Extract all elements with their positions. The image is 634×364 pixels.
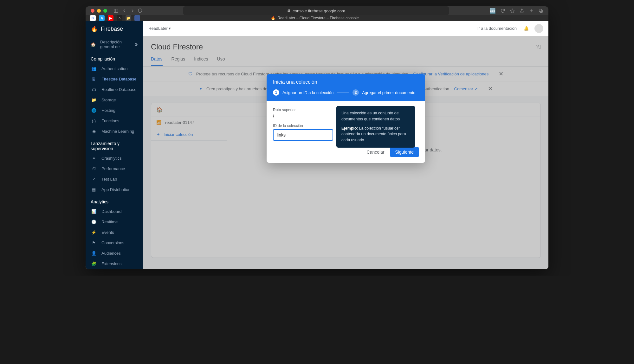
zoom-window-icon[interactable] — [103, 9, 107, 13]
check-icon: ✓ — [91, 177, 97, 182]
sidebar-item-performance[interactable]: ⏱Performance — [86, 163, 143, 174]
ml-icon: ◉ — [91, 129, 97, 134]
modal-steps: 1 Asignar un ID a la colección 2 Agregar… — [273, 89, 419, 96]
home-icon: 🏠 — [91, 42, 96, 47]
sidebar-item-hosting[interactable]: 🌐Hosting — [86, 105, 143, 116]
sidebar-item-functions[interactable]: (·)Functions — [86, 116, 143, 126]
fav-icon[interactable]: 📁 — [126, 15, 131, 21]
sidebar-item-storage[interactable]: 📁Storage — [86, 95, 143, 105]
forward-icon[interactable] — [130, 8, 135, 13]
people-icon: 👥 — [91, 66, 97, 71]
project-selector[interactable]: ReadLater ▾ — [148, 26, 171, 31]
folder-icon: 📁 — [91, 98, 97, 102]
sidebar-item-dashboard[interactable]: 📊Dashboard — [86, 206, 143, 217]
translate-icon[interactable]: 🔤 — [489, 8, 496, 14]
favorites-bar: G 𝕏 ▶ ○ 📁 — [86, 15, 145, 21]
sidebar-item-conversions[interactable]: ⚑Conversions — [86, 238, 143, 248]
database-icon: 🗃 — [91, 87, 97, 92]
fav-icon[interactable] — [134, 15, 140, 21]
fav-youtube-icon[interactable]: ▶ — [108, 15, 113, 21]
avatar[interactable] — [534, 24, 543, 33]
firebase-brand[interactable]: 🔥 Firebase — [86, 21, 143, 37]
fav-icon[interactable]: ○ — [117, 15, 122, 21]
sidebar-item-realtime-db[interactable]: 🗃Realtime Database — [86, 84, 143, 95]
info-tooltip: Una colección es un conjunto de document… — [336, 106, 415, 148]
collection-id-input[interactable] — [273, 129, 333, 141]
firebase-logo-icon: 🔥 — [91, 25, 98, 32]
bolt-icon: ⚡ — [91, 230, 97, 235]
sidebar-item-realtime[interactable]: 🕘Realtime — [86, 217, 143, 227]
modal-title: Inicia una colección — [273, 79, 419, 85]
browser-tab[interactable]: 🔥 ReadLater – Cloud Firestore – Firebase… — [145, 16, 485, 20]
sidebar-item-ml[interactable]: ◉Machine Learning — [86, 126, 143, 137]
step-1-label: Asignar un ID a la colección — [282, 90, 333, 95]
cancel-button[interactable]: Cancelar — [367, 150, 385, 155]
sidebar-toggle-icon[interactable] — [113, 8, 119, 13]
browser-chrome: console.firebase.google.com 🔤 — [86, 6, 548, 15]
sidebar-item-events[interactable]: ⚡Events — [86, 227, 143, 238]
lock-icon — [287, 9, 291, 13]
shield-icon[interactable] — [138, 8, 143, 13]
sidebar-item-audiences[interactable]: 👤Audiences — [86, 248, 143, 259]
fav-twitter-icon[interactable]: 𝕏 — [99, 15, 105, 21]
sidebar-item-appdist[interactable]: ▦App Distribution — [86, 184, 143, 195]
audience-icon: 👤 — [91, 251, 97, 256]
sidebar-item-firestore[interactable]: 🗄Firestore Database — [86, 74, 143, 84]
svg-rect-0 — [114, 9, 118, 13]
modal-body: Ruta superior / ID de la colección Una c… — [267, 101, 425, 147]
modal-overlay: Inicia una colección 1 Asignar un ID a l… — [143, 36, 548, 269]
sidebar-item-testlab[interactable]: ✓Test Lab — [86, 174, 143, 184]
svg-rect-2 — [539, 9, 542, 12]
section-build: Compilación — [86, 52, 143, 63]
close-window-icon[interactable] — [91, 9, 94, 13]
browser-window: console.firebase.google.com 🔤 G 𝕏 ▶ ○ 📁 … — [86, 6, 548, 269]
sidebar: 🔥 Firebase 🏠Descripción general de ⚙ Com… — [86, 21, 143, 269]
flag-icon: ⚑ — [91, 240, 97, 245]
tab-strip: G 𝕏 ▶ ○ 📁 🔥 ReadLater – Cloud Firestore … — [86, 15, 548, 21]
step-divider — [337, 93, 349, 93]
url-bar[interactable]: console.firebase.google.com — [183, 6, 449, 15]
share-icon[interactable] — [519, 8, 524, 13]
next-button[interactable]: Siguiente — [390, 147, 419, 157]
speed-icon: ⏱ — [91, 166, 97, 171]
chevron-down-icon: ▾ — [169, 26, 171, 31]
url-text: console.firebase.google.com — [293, 9, 345, 13]
step-2-badge: 2 — [353, 89, 359, 96]
puzzle-icon: 🧩 — [91, 261, 97, 266]
modal-header: Inicia una colección 1 Asignar un ID a l… — [267, 74, 425, 101]
globe-icon: 🌐 — [91, 108, 97, 113]
firebase-console: 🔥 Firebase 🏠Descripción general de ⚙ Com… — [86, 21, 548, 269]
minimize-window-icon[interactable] — [97, 9, 101, 13]
back-icon[interactable] — [122, 8, 127, 13]
sidebar-item-authentication[interactable]: 👥Authentication — [86, 63, 143, 74]
plan-panel: Spark Gratis $0 por mes Actualizar — [86, 269, 143, 269]
functions-icon: (·) — [91, 118, 97, 123]
new-tab-icon[interactable] — [529, 8, 534, 13]
star-icon[interactable] — [510, 8, 515, 13]
crashlytics-icon: ✦ — [91, 156, 97, 161]
section-analytics: Analytics — [86, 195, 143, 206]
traffic-lights[interactable] — [91, 9, 107, 13]
svg-rect-3 — [540, 10, 542, 12]
fav-google-icon[interactable]: G — [90, 15, 96, 21]
reload-icon[interactable] — [500, 8, 505, 13]
step-1-badge: 1 — [273, 89, 279, 96]
section-release: Lanzamiento y supervisión — [86, 137, 143, 153]
project-bar: ReadLater ▾ Ir a la documentación 🔔 — [143, 21, 548, 36]
sidebar-overview[interactable]: 🏠Descripción general de ⚙ — [86, 37, 143, 52]
sidebar-item-extensions[interactable]: 🧩Extensions — [86, 259, 143, 269]
modal-actions: Cancelar Siguiente — [267, 147, 425, 163]
sidebar-item-crashlytics[interactable]: ✦Crashlytics — [86, 153, 143, 163]
chart-icon: 📊 — [91, 209, 97, 214]
clock-icon: 🕘 — [91, 220, 97, 224]
firebase-favicon-icon: 🔥 — [271, 16, 275, 20]
firestore-icon: 🗄 — [91, 77, 97, 81]
docs-link[interactable]: Ir a la documentación — [477, 26, 517, 31]
step-2-label: Agregar el primer documento — [362, 90, 415, 95]
start-collection-modal: Inicia una colección 1 Asignar un ID a l… — [267, 74, 425, 163]
bell-icon[interactable]: 🔔 — [524, 26, 529, 31]
tabs-icon[interactable] — [538, 8, 543, 13]
gear-icon[interactable]: ⚙ — [134, 42, 138, 47]
apps-icon: ▦ — [91, 187, 97, 192]
